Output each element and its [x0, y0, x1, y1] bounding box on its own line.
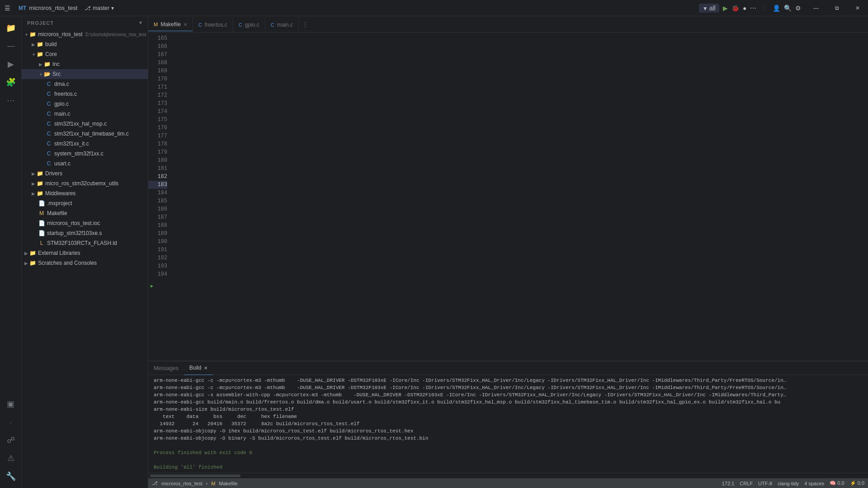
c-file-icon: C	[45, 120, 52, 127]
settings-icon[interactable]: ⚙	[795, 5, 801, 12]
horizontal-scrollbar[interactable]	[150, 474, 241, 477]
project-logo: MT	[19, 5, 26, 11]
tree-item-startup[interactable]: 📄 startup_stm32f103xe.s	[22, 228, 148, 238]
run-debug-icon[interactable]: ▶	[3, 56, 19, 72]
account-icon[interactable]: 👤	[773, 5, 780, 12]
file-name-status[interactable]: Makefile	[219, 481, 237, 486]
folder-icon: 📁	[36, 51, 43, 58]
tree-chevron-icon: ▶	[31, 191, 36, 196]
tree-item-build[interactable]: ▶ 📁 build	[22, 39, 148, 49]
tree-item-scratches[interactable]: ▶ 📁 Scratches and Consoles	[22, 258, 148, 268]
c-file-icon: C	[45, 100, 52, 108]
tree-item-inc[interactable]: ▶ 📁 Inc	[22, 59, 148, 69]
minimize-button[interactable]: —	[806, 0, 826, 16]
services-icon[interactable]: ⸱	[3, 414, 19, 430]
branch-name[interactable]: master	[93, 5, 109, 11]
tree-item-freertos[interactable]: C freertos.c	[22, 89, 148, 99]
build-icon[interactable]: 🔧	[3, 468, 19, 484]
hamburger-icon[interactable]: ☰	[5, 5, 10, 12]
c-tab-icon: C	[271, 22, 274, 28]
encoding[interactable]: UTF-8	[758, 481, 772, 486]
debug-icon[interactable]: 🐞	[731, 5, 739, 12]
search-icon[interactable]: 🔍	[784, 5, 792, 12]
tree-chevron-icon: ▶	[24, 261, 29, 266]
tab-main[interactable]: C main.c	[265, 18, 299, 32]
run-icon[interactable]: ▶	[723, 5, 728, 12]
formatter[interactable]: clang-tidy	[778, 481, 799, 486]
file-status-icon: M	[211, 481, 215, 486]
tree-item-ld[interactable]: L STM32F103RCTx_FLASH.ld	[22, 238, 148, 248]
line-numbers: 165166167168169 170171172173174 17517617…	[148, 33, 171, 280]
git-icon[interactable]: ⸻	[3, 38, 19, 54]
tree-item-system[interactable]: C system_stm32f1xx.c	[22, 149, 148, 159]
tree-item-hal-tim[interactable]: C stm32f1xx_hal_timebase_tim.c	[22, 129, 148, 139]
tab-close-icon[interactable]: ✕	[184, 22, 187, 27]
file-tree: ▾ 📁 microros_rtos_test D:\clion\obj\micr…	[22, 29, 148, 488]
maximize-button[interactable]: ⧉	[826, 0, 847, 16]
tree-item-hal-it[interactable]: C stm32f1xx_it.c	[22, 139, 148, 149]
c-file-icon: C	[45, 90, 52, 98]
git-branches-icon[interactable]: ☍	[3, 432, 19, 448]
tree-item-dma[interactable]: C dma.c	[22, 79, 148, 89]
bottom-tab-build[interactable]: Build ✕	[184, 361, 213, 375]
coverage-icon[interactable]: ●	[743, 5, 746, 12]
titlebar: ☰ MT microros_rtos_test ⎇ master ▾ ▼ all…	[0, 0, 868, 16]
build-output-line: arm-none-eabi-gcc -x assembler-with-cpp …	[154, 391, 787, 399]
tree-item-core[interactable]: ▾ 📁 Core	[22, 49, 148, 59]
cursor-position[interactable]: 172:1	[722, 481, 735, 486]
line-ending[interactable]: CRLF	[740, 481, 753, 486]
indent[interactable]: 4 spaces	[804, 481, 824, 486]
c-file-icon: C	[45, 150, 52, 157]
sidebar-header: Project ▾	[22, 16, 148, 29]
run-config: ▼ all	[699, 4, 719, 13]
status-bar: ⎇ microros_rtos_test › M Makefile 172:1 …	[148, 478, 868, 488]
tab-makefile[interactable]: M Makefile ✕	[148, 18, 193, 32]
tree-item-main[interactable]: C main.c	[22, 109, 148, 119]
c-tab-icon: C	[239, 22, 242, 28]
tree-item-drivers[interactable]: ▶ 📁 Drivers	[22, 169, 148, 178]
tree-item-usart[interactable]: C usart.c	[22, 159, 148, 169]
plugins-icon[interactable]: 🧩	[3, 74, 19, 90]
tree-item-external[interactable]: ▶ 📁 External Libraries	[22, 248, 148, 258]
tree-chevron-icon: ▾	[24, 32, 29, 37]
tree-item-gpio[interactable]: C gpio.c	[22, 99, 148, 109]
build-exit-code: Process finished with exit code 0	[154, 449, 863, 456]
tab-freertos[interactable]: C freertos.c	[193, 18, 233, 32]
bottom-tabs: Messages Build ✕	[148, 361, 868, 375]
folder-icon: 📁	[36, 190, 43, 197]
problems-icon[interactable]: ⚠	[3, 450, 19, 466]
build-output-line: arm-none-eabi-gcc -c -mcpu=cortex-m3 -mt…	[154, 384, 787, 391]
tree-item-src[interactable]: ▾ 📂 Src	[22, 69, 148, 79]
file-icon: 📄	[38, 230, 45, 237]
makefile-icon: M	[38, 210, 45, 217]
explorer-icon[interactable]: 📁	[3, 20, 19, 36]
file-icon: 📄	[38, 200, 45, 207]
more-actions-icon[interactable]: ⋯	[750, 5, 756, 12]
cpu-usage: ⚡ 0.0	[850, 480, 864, 486]
tab-gpio[interactable]: C gpio.c	[233, 18, 265, 32]
tree-item-makefile[interactable]: M Makefile	[22, 208, 148, 218]
tree-item-hal-msp[interactable]: C stm32f1xx_hal_msp.c	[22, 119, 148, 129]
sidebar: Project ▾ ▾ 📁 microros_rtos_test D:\clio…	[22, 16, 148, 488]
more-icon[interactable]: ⋯	[3, 92, 19, 108]
bottom-tab-close-icon[interactable]: ✕	[204, 366, 208, 371]
tree-item-mxproject[interactable]: 📄 .mxproject	[22, 198, 148, 208]
editor-tabs: M Makefile ✕ C freertos.c C gpio.c C mai…	[148, 16, 868, 33]
git-status-icon: ⎇	[152, 480, 158, 486]
c-file-icon: C	[45, 140, 52, 147]
tabs-more-button[interactable]: ⋮	[299, 21, 311, 28]
tree-item-ioc[interactable]: 📄 microros_rtos_test.ioc	[22, 218, 148, 228]
bottom-tab-messages[interactable]: Messages	[148, 361, 184, 375]
tree-item-micro-ros[interactable]: ▶ 📁 micro_ros_stm32cubemx_utils	[22, 178, 148, 188]
close-button[interactable]: ✕	[847, 0, 868, 16]
tree-item-middlewares[interactable]: ▶ 📁 Middlewares	[22, 188, 148, 198]
tree-item-root[interactable]: ▾ 📁 microros_rtos_test D:\clion\obj\micr…	[22, 29, 148, 39]
sidebar-chevron-icon: ▾	[139, 20, 142, 26]
build-output-line: arm-none-eabi-objcopy -O binary -S build…	[154, 435, 863, 442]
mem-usage: 🧠 0.0	[830, 480, 844, 486]
tree-chevron-icon: ▶	[31, 171, 36, 176]
tree-chevron-icon: ▶	[24, 251, 29, 256]
tree-chevron-icon: ▾	[38, 72, 43, 77]
terminal-icon[interactable]: ▣	[3, 396, 19, 412]
project-name-status[interactable]: microros_rtos_test	[161, 481, 202, 486]
